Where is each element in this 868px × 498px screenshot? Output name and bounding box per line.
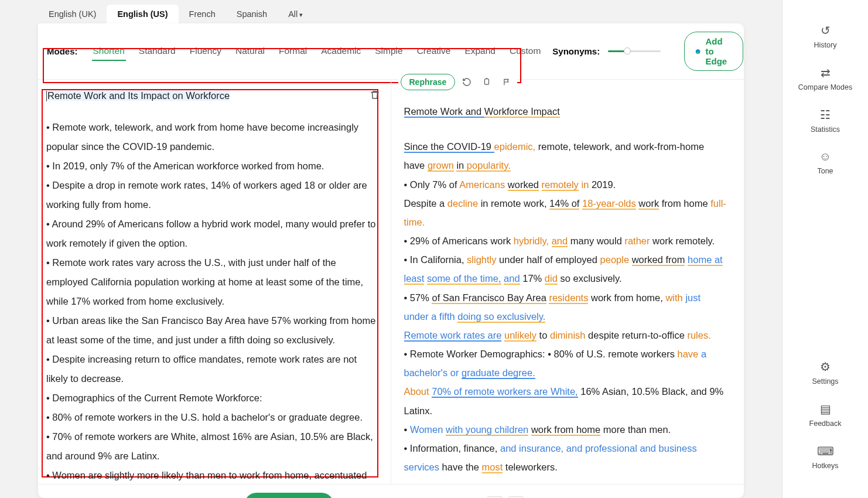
mode-standard[interactable]: Standard [138,42,177,61]
mode-custom[interactable]: Custom [508,42,542,61]
input-column: Remote Work and Its Impact on Workforce … [38,80,391,484]
rail-hotkeys[interactable]: ⌨Hotkeys [809,444,842,470]
right-rail: ↺History⇄Compare Modes☷Statistics☺Tone ⚙… [782,0,868,498]
add-to-edge-label: Add to Edge [705,36,732,66]
input-text-area[interactable]: Remote Work and Its Impact on Workforce … [46,90,377,485]
edge-icon [695,46,700,57]
compare-modes-icon: ⇄ [821,66,831,80]
mode-simple[interactable]: Simple [374,42,404,61]
trash-icon[interactable] [370,89,380,103]
rail-tone[interactable]: ☺Tone [798,150,852,175]
modes-label: Modes: [47,46,78,56]
history-icon: ↺ [821,23,831,37]
mode-academic[interactable]: Academic [320,42,362,61]
lang-tab-all[interactable]: All ▾ [278,5,313,23]
output-title: Remote Work and Workforce Impact [404,102,727,121]
lang-tab-english-us-[interactable]: English (US) [107,5,178,23]
hotkeys-icon: ⌨ [817,444,834,458]
feedback-icon: ▤ [820,402,831,416]
mode-natural[interactable]: Natural [234,42,266,61]
output-body: Since the COVID-19 epidemic, remote, tel… [404,137,727,498]
rephrase-button[interactable]: Rephrase [244,493,334,498]
modes-row: Modes: ShortenStandardFluencyNaturalForm… [38,23,744,80]
rail-statistics[interactable]: ☷Statistics [798,108,852,134]
rail-feedback[interactable]: ▤Feedback [809,402,842,428]
rephrase-pill-button[interactable]: Rephrase [401,74,456,90]
mode-formal[interactable]: Formal [278,42,308,61]
rail-compare-modes[interactable]: ⇄Compare Modes [798,66,852,91]
output-column: Rephrase Remote Work and Workforce Impac… [391,80,744,484]
rail-history[interactable]: ↺History [798,23,852,49]
input-body: • Remote work, telework, and work from h… [46,118,377,485]
lang-tab-spanish[interactable]: Spanish [226,5,278,23]
mode-creative[interactable]: Creative [416,42,452,61]
svg-rect-1 [485,79,489,84]
mode-shorten[interactable]: Shorten [92,42,126,61]
tone-icon: ☺ [819,150,831,163]
statistics-icon: ☷ [820,108,831,122]
synonyms-control: Synonyms: [552,46,661,56]
synonyms-label: Synonyms: [552,46,600,56]
rephrase-panel: Rephrase [398,73,518,91]
lang-tab-french[interactable]: French [179,5,226,23]
mode-expand[interactable]: Expand [463,42,497,61]
settings-icon: ⚙ [820,360,831,374]
lang-tab-english-uk-[interactable]: English (UK) [38,5,107,23]
language-tabs: English (UK)English (US)FrenchSpanishAll… [0,0,782,23]
mode-fluency[interactable]: Fluency [189,42,223,61]
rail-settings[interactable]: ⚙Settings [809,360,842,386]
undo-icon[interactable] [459,74,475,90]
main-card: Modes: ShortenStandardFluencyNaturalForm… [38,23,744,498]
add-to-edge-button[interactable]: Add to Edge [684,32,743,71]
flag-icon[interactable] [498,74,515,90]
copy-icon[interactable] [479,74,495,90]
synonyms-slider[interactable] [608,50,661,52]
input-title: Remote Work and Its Impact on Workforce [47,90,230,101]
